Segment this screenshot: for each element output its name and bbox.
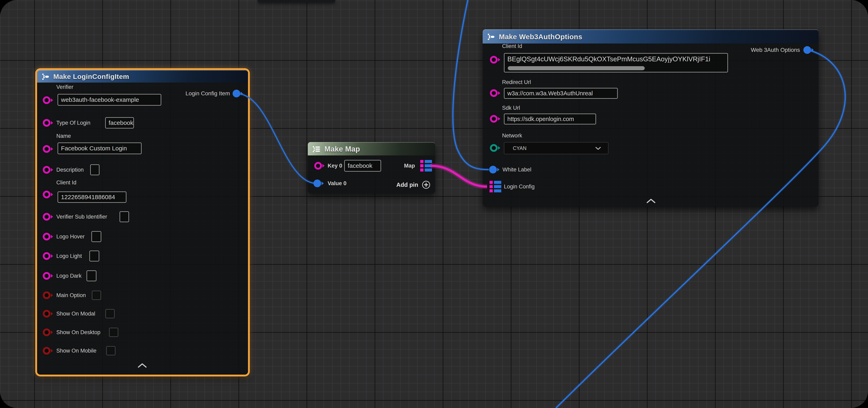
field-label-main-option: Main Option [56,292,86,299]
network-dropdown[interactable]: CYAN [504,142,609,154]
input-pin-main-option[interactable] [43,292,51,299]
node-header-make-web3authoptions[interactable]: Make Web3AuthOptions [483,29,818,43]
sdk-url-input[interactable]: https://sdk.openlogin.com [504,113,596,125]
input-pin-logo-light[interactable] [43,252,51,260]
field-label-value0: Value 0 [328,180,346,186]
show-on-desktop-checkbox[interactable] [109,328,118,337]
input-pin-verifier[interactable] [43,96,51,104]
output-pin-label: Login Config Item [186,90,230,97]
field-label-logo-light: Logo Light [56,253,82,259]
input-pin-white-label[interactable] [489,166,497,173]
logo-dark-input[interactable] [87,270,96,281]
field-label-description: Description [56,167,84,173]
show-on-modal-checkbox[interactable] [105,309,115,318]
input-pin-logo-hover[interactable] [43,233,51,240]
client-id-text: BEglQSgt4cUWcj6SKRdu5QkOXTsePmMcusG5EAoy… [507,55,710,63]
wire-glow [431,166,487,186]
field-label-key0: Key 0 [328,163,342,169]
verifier-sub-identifier-input[interactable] [120,211,129,222]
show-on-mobile-checkbox[interactable] [106,346,116,355]
input-pin-network[interactable] [490,144,498,152]
output-pin-login-config-item[interactable] [232,90,240,97]
input-pin-name[interactable] [43,145,51,153]
field-label-logo-dark: Logo Dark [56,273,82,279]
input-pin-verifier-sub-identifier[interactable] [43,213,51,220]
chevron-down-icon [595,146,601,150]
logo-light-input[interactable] [89,250,99,262]
add-pin-button[interactable]: Add pin [396,180,431,190]
network-selected-value: CYAN [513,145,527,151]
key0-input[interactable]: facebook [344,160,381,172]
client-id-scrollbar[interactable] [508,66,645,70]
field-label-client-id: Client Id [56,179,76,186]
field-label-name: Name [56,133,71,139]
node-title: Make LoginConfigItem [53,73,129,80]
add-pin-label: Add pin [396,181,418,188]
field-label-white-label: White Label [502,166,531,173]
node-title: Make Map [324,145,360,154]
blueprint-graph-canvas[interactable]: Make LoginConfigItem Login Config Item V… [0,0,868,408]
client-id-input[interactable]: BEglQSgt4cUWcj6SKRdu5QkOXTsePmMcusG5EAoy… [504,53,728,72]
main-option-checkbox[interactable] [92,291,101,300]
node-make-web3authoptions[interactable]: Make Web3AuthOptions Web 3Auth Options C… [483,29,818,207]
input-pin-value0[interactable] [313,179,321,187]
wire-map-to-loginconfig[interactable] [431,166,487,186]
description-input[interactable] [90,164,99,175]
field-label-sdk-url: Sdk Url [502,105,520,111]
output-pin-map[interactable] [420,160,432,172]
field-label-redirect-url: Redirect Url [502,79,531,86]
redirect-url-input[interactable]: w3a://com.w3a.Web3AuthUnreal [504,88,618,99]
wire-glow [237,94,316,183]
input-pin-key0[interactable] [314,162,322,170]
field-label-verifier-sub-identifier: Verifier Sub Identifier [56,213,107,220]
field-label-show-on-mobile: Show On Mobile [56,347,96,354]
client-id-input[interactable]: 1222658941886084 [58,192,126,203]
field-label-type-of-login: Type Of Login [56,120,90,126]
field-label-show-on-modal: Show On Modal [56,310,95,317]
field-label-login-config: Login Config [504,183,535,190]
field-label-client-id: Client Id [502,43,522,49]
node-make-map[interactable]: Make Map Key 0 facebook Map Value 0 Add … [308,142,435,194]
node-header-make-map[interactable]: Make Map [308,142,435,156]
verifier-input[interactable]: web3auth-facebook-example [58,94,161,106]
output-pin-web3auth-options[interactable] [803,46,811,54]
offscreen-node-bottom-edge[interactable] [257,0,335,3]
field-label-logo-hover: Logo Hover [56,233,85,240]
input-pin-redirect-url[interactable] [490,89,498,97]
input-pin-login-config[interactable] [490,181,501,193]
field-label-network: Network [502,132,522,139]
make-map-icon [312,145,321,153]
input-pin-client-id[interactable] [490,56,498,64]
input-pin-show-on-desktop[interactable] [43,329,51,336]
name-input[interactable]: Facebook Custom Login [58,142,142,154]
input-pin-description[interactable] [43,166,51,174]
wire-loginconfigitem-to-value0[interactable] [237,94,316,183]
input-pin-logo-dark[interactable] [43,272,51,280]
output-pin-label: Web 3Auth Options [751,47,800,53]
add-pin-plus-icon [422,180,431,190]
field-label-verifier: Verifier [56,84,73,90]
node-title: Make Web3AuthOptions [499,33,582,41]
input-pin-show-on-mobile[interactable] [43,347,51,354]
collapse-chevron-icon[interactable] [646,198,656,204]
make-struct-icon [41,73,50,81]
node-header-make-loginconfigitem[interactable]: Make LoginConfigItem [37,70,248,82]
input-pin-client-id[interactable] [43,191,51,198]
input-pin-type-of-login[interactable] [43,119,51,127]
type-of-login-input[interactable]: facebook [105,117,134,129]
input-pin-show-on-modal[interactable] [43,310,51,317]
field-label-show-on-desktop: Show On Desktop [56,329,100,336]
collapse-chevron-icon[interactable] [137,363,147,368]
input-pin-sdk-url[interactable] [490,115,498,123]
output-pin-label: Map [404,163,415,169]
node-make-loginconfigitem[interactable]: Make LoginConfigItem Login Config Item V… [37,70,248,375]
logo-hover-input[interactable] [91,231,101,242]
make-struct-icon [487,33,495,41]
